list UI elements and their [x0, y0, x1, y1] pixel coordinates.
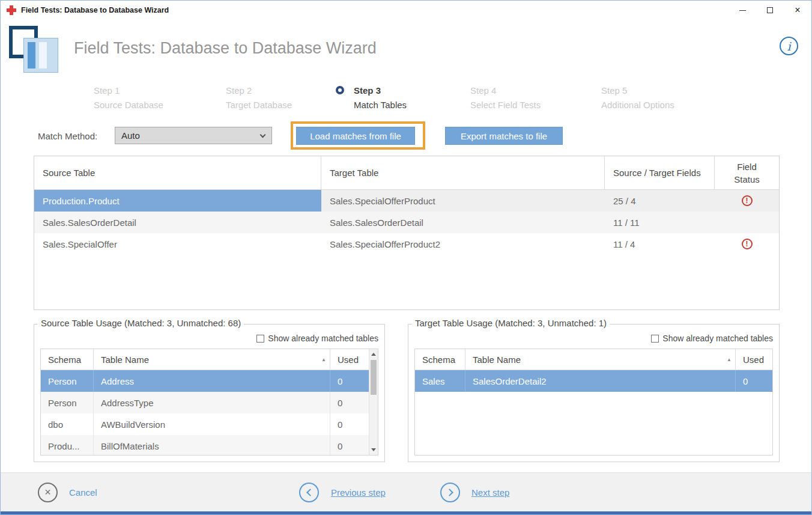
table-name-cell: AWBuildVersion [94, 413, 330, 435]
previous-step-circle-icon[interactable] [299, 483, 319, 502]
column-header-table-name[interactable]: Table Name ▲ [465, 349, 736, 370]
info-icon[interactable]: i [780, 37, 798, 55]
table-row[interactable]: Person Address 0 [41, 370, 378, 392]
step-1-source-database[interactable]: Step 1 Source Database [94, 84, 163, 112]
active-step-circle-icon [336, 86, 344, 94]
used-cell: 0 [330, 413, 370, 435]
fields-count-cell: 11 / 11 [605, 212, 715, 233]
error-icon: ! [742, 239, 753, 249]
chevron-right-icon [446, 489, 453, 496]
maximize-button[interactable] [756, 1, 784, 20]
step-number: Step 4 [470, 84, 541, 98]
vertical-scrollbar[interactable] [369, 349, 378, 455]
previous-step-link[interactable]: Previous step [331, 487, 386, 498]
column-header-field-status[interactable]: Field Status [715, 156, 779, 189]
source-usage-title: Source Table Usage (Matched: 3, Unmatche… [38, 318, 244, 328]
app-icon [7, 5, 16, 15]
table-row[interactable]: Sales SalesOrderDetail2 0 [415, 370, 772, 392]
column-header-source-table[interactable]: Source Table [34, 156, 321, 189]
field-status-cell [715, 212, 779, 233]
step-number: Step 5 [601, 84, 674, 98]
table-row[interactable]: Production.Product Sales.SpecialOfferPro… [34, 190, 779, 212]
show-matched-checkbox[interactable] [256, 335, 264, 343]
column-header-used[interactable]: Used [330, 349, 370, 370]
step-label: Additional Options [601, 100, 674, 110]
window-title: Field Tests: Database to Database Wizard [21, 6, 169, 14]
table-row[interactable]: Produ... BillOfMaterials 0 [41, 435, 378, 456]
source-table-usage-group: Source Table Usage (Matched: 3, Unmatche… [34, 324, 385, 462]
column-header-table-name[interactable]: Table Name ▲ [94, 349, 330, 370]
show-matched-checkbox[interactable] [651, 335, 659, 343]
step-3-match-tables[interactable]: Step 3 Match Tables [354, 84, 407, 112]
schema-cell: Person [41, 392, 94, 413]
chevron-left-icon [306, 489, 314, 496]
step-5-additional-options[interactable]: Step 5 Additional Options [601, 84, 674, 112]
scroll-up-icon[interactable] [371, 353, 376, 356]
schema-cell: Produ... [41, 435, 94, 456]
app-window: Field Tests: Database to Database Wizard… [0, 0, 812, 515]
minimize-button[interactable] [729, 1, 756, 20]
sort-ascending-icon[interactable]: ▲ [727, 357, 732, 362]
field-status-cell: ! [715, 233, 779, 255]
match-method-dropdown[interactable]: Auto [115, 127, 272, 144]
used-cell: 0 [330, 370, 370, 392]
fields-count-cell: 25 / 4 [605, 190, 715, 212]
target-table-cell: Sales.SalesOrderDetail [321, 212, 605, 233]
source-table-cell: Sales.SpecialOffer [34, 233, 321, 255]
target-usage-title: Target Table Usage (Matched: 3, Unmatche… [412, 318, 610, 328]
close-icon: × [795, 5, 800, 15]
table-name-cell: SalesOrderDetail2 [465, 370, 736, 392]
page-title: Field Tests: Database to Database Wizard [74, 39, 377, 58]
sort-ascending-icon[interactable]: ▲ [321, 357, 326, 362]
next-step-circle-icon[interactable] [440, 483, 460, 502]
source-usage-table: Schema Table Name ▲ Used Person Address … [40, 349, 378, 456]
bottom-accent-strip [1, 511, 811, 514]
column-header-target-table[interactable]: Target Table [321, 156, 605, 189]
checkbox-label: Show already matched tables [662, 334, 773, 343]
scroll-down-icon[interactable] [371, 448, 376, 451]
step-number: Step 1 [94, 84, 163, 98]
column-header-used[interactable]: Used [736, 349, 772, 370]
step-label: Source Database [94, 100, 163, 110]
step-2-target-database[interactable]: Step 2 Target Database [226, 84, 292, 112]
grid-header-row: Source Table Target Table Source / Targe… [34, 156, 779, 190]
used-cell: 0 [330, 435, 370, 456]
step-number: Step 2 [226, 84, 292, 98]
match-method-value: Auto [121, 130, 140, 141]
table-row[interactable]: Person AddressType 0 [41, 392, 378, 413]
used-cell: 0 [330, 392, 370, 413]
step-4-select-field-tests[interactable]: Step 4 Select Field Tests [470, 84, 541, 112]
minimize-icon [739, 10, 746, 11]
wizard-footer: × Cancel Previous step Next step [1, 472, 811, 513]
table-row[interactable]: Sales.SalesOrderDetail Sales.SalesOrderD… [34, 212, 779, 233]
cancel-circle-icon[interactable]: × [38, 483, 58, 502]
export-matches-button[interactable]: Export matches to file [445, 127, 563, 145]
maximize-icon [767, 7, 773, 13]
usage-header-row: Schema Table Name ▲ Used [41, 349, 378, 370]
column-header-label: Table Name [101, 355, 149, 365]
used-cell: 0 [736, 370, 772, 392]
fields-count-cell: 11 / 4 [605, 233, 715, 255]
target-table-cell: Sales.SpecialOfferProduct2 [321, 233, 605, 255]
schema-cell: Person [41, 370, 94, 392]
step-label: Match Tables [354, 100, 407, 110]
match-method-label: Match Method: [38, 131, 97, 141]
load-matches-button[interactable]: Load matches from file [296, 127, 415, 145]
app-logo-icon [9, 26, 58, 76]
table-name-cell: AddressType [94, 392, 330, 413]
usage-header-row: Schema Table Name ▲ Used [415, 349, 772, 370]
checkbox-label: Show already matched tables [268, 334, 378, 343]
cancel-button[interactable]: Cancel [69, 487, 97, 498]
table-row[interactable]: dbo AWBuildVersion 0 [41, 413, 378, 435]
scrollbar-thumb[interactable] [371, 360, 377, 395]
show-matched-checkbox-row: Show already matched tables [256, 334, 378, 343]
target-table-cell: Sales.SpecialOfferProduct [321, 190, 605, 212]
logo-front-square [23, 38, 58, 73]
close-button[interactable]: × [784, 1, 811, 20]
window-controls: × [729, 1, 811, 20]
table-row[interactable]: Sales.SpecialOffer Sales.SpecialOfferPro… [34, 233, 779, 255]
column-header-schema[interactable]: Schema [415, 349, 465, 370]
column-header-fields[interactable]: Source / Target Fields [605, 156, 715, 189]
next-step-link[interactable]: Next step [471, 487, 509, 498]
column-header-schema[interactable]: Schema [41, 349, 94, 370]
